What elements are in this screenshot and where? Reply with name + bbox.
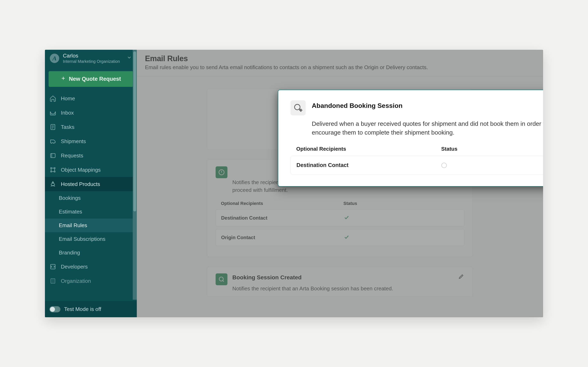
nav-object-mappings[interactable]: Object Mappings xyxy=(45,163,137,177)
new-quote-button[interactable]: New Quote Request xyxy=(49,71,133,87)
org-switcher[interactable]: A Carlos Internal Marketing Organization xyxy=(45,50,137,67)
plus-icon xyxy=(61,76,66,82)
developers-icon xyxy=(49,263,56,270)
svg-point-4 xyxy=(51,167,52,169)
sidebar-scroll-thumb[interactable] xyxy=(133,51,136,211)
nav-home[interactable]: Home xyxy=(45,91,137,106)
modal-body: Delivered when a buyer received quotes f… xyxy=(312,119,543,137)
modal-title: Abandoned Booking Session xyxy=(312,100,402,109)
app-window: A Carlos Internal Marketing Organization… xyxy=(45,50,543,317)
nav-developers[interactable]: Developers xyxy=(45,259,137,274)
home-icon xyxy=(49,95,56,102)
nav-branding[interactable]: Branding xyxy=(45,246,137,259)
shipments-icon xyxy=(49,138,56,145)
nav-inbox[interactable]: Inbox xyxy=(45,106,137,120)
nav-bookings[interactable]: Bookings xyxy=(45,191,137,205)
user-name: Carlos xyxy=(63,53,123,59)
requests-icon xyxy=(49,152,56,159)
nav-organization[interactable]: Organization xyxy=(45,274,137,288)
sidebar-scroll-track[interactable] xyxy=(133,50,137,300)
hosted-products-icon xyxy=(49,181,56,188)
status-radio-empty[interactable] xyxy=(441,163,447,168)
nav-requests[interactable]: Requests xyxy=(45,149,137,163)
main-area: Email Rules Email rules enable you to se… xyxy=(137,50,543,317)
modal-table-header: Optional Recipients Status xyxy=(296,146,543,152)
chevron-down-icon xyxy=(127,55,132,62)
user-org: Internal Marketing Organization xyxy=(63,59,123,64)
svg-rect-9 xyxy=(51,279,55,284)
svg-point-6 xyxy=(51,171,52,172)
test-mode-bar: Test Mode is off xyxy=(45,301,137,317)
test-mode-toggle[interactable] xyxy=(49,306,61,312)
nav-email-subscriptions[interactable]: Email Subscriptions xyxy=(45,232,137,246)
sidebar: A Carlos Internal Marketing Organization… xyxy=(45,50,137,317)
nav-shipments[interactable]: Shipments xyxy=(45,134,137,149)
test-mode-label: Test Mode is off xyxy=(64,306,101,312)
nav-hosted-products[interactable]: Hosted Products xyxy=(45,177,137,191)
sidebar-nav: Home Inbox Tasks Shipments Requests Obje… xyxy=(45,91,137,301)
organization-icon xyxy=(49,277,56,284)
nav-estimates[interactable]: Estimates xyxy=(45,205,137,218)
nav-tasks[interactable]: Tasks xyxy=(45,120,137,134)
avatar: A xyxy=(50,54,59,63)
svg-point-7 xyxy=(54,171,55,172)
modal-recipient-row: Destination Contact xyxy=(291,156,543,175)
mappings-icon xyxy=(49,166,56,173)
svg-rect-3 xyxy=(51,154,55,158)
edit-rule-modal: Abandoned Booking Session Delivered when… xyxy=(278,90,543,187)
tasks-icon xyxy=(49,124,56,131)
svg-point-5 xyxy=(54,167,55,169)
nav-email-rules[interactable]: Email Rules xyxy=(45,218,137,232)
abandoned-booking-icon xyxy=(291,100,306,115)
inbox-icon xyxy=(49,109,56,116)
